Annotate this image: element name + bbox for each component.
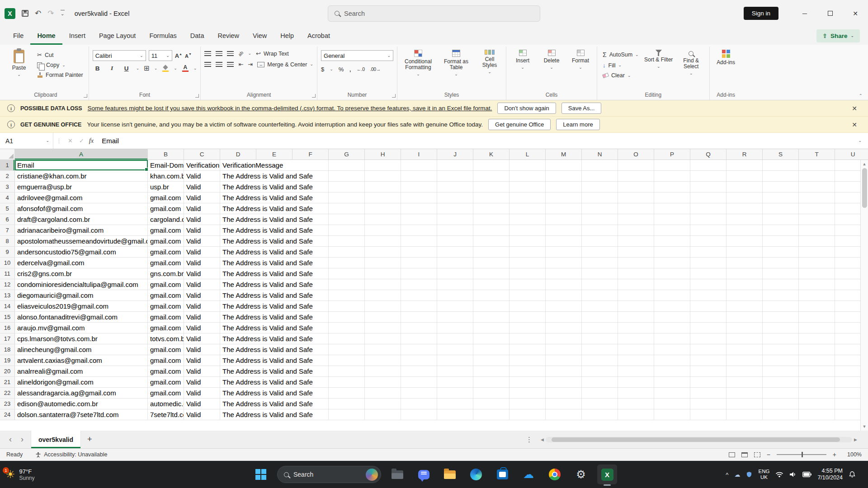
cell-verification-message[interactable]: The Address is Valid and Safe	[220, 182, 329, 192]
cell-verification[interactable]: Valid	[184, 366, 220, 376]
learn-more-button[interactable]: Learn more	[556, 119, 599, 130]
decrease-decimal-button[interactable]: .00→	[370, 66, 381, 72]
previous-sheet-icon[interactable]: ‹	[5, 435, 16, 444]
file-explorer-icon[interactable]	[440, 465, 460, 484]
row-header[interactable]: 5	[0, 203, 15, 214]
cell-email[interactable]: analrreali@gmail.com	[15, 366, 148, 376]
formula-content[interactable]: Email	[97, 137, 858, 145]
clipboard-dialog-launcher-icon[interactable]	[84, 94, 87, 98]
fill-button[interactable]: ↓Fill⌄	[601, 61, 641, 70]
cell-verification[interactable]: Valid	[184, 399, 220, 409]
weather-widget[interactable]: ☀1 97°F Sunny	[5, 468, 35, 481]
cell-email-domain[interactable]: gmail.com	[148, 236, 184, 246]
cell-verification[interactable]: Valid	[184, 279, 220, 290]
column-header[interactable]: K	[473, 149, 509, 160]
ribbon-tab[interactable]: Formulas	[142, 27, 183, 45]
empty-cells[interactable]	[329, 377, 868, 387]
cell-verification-message[interactable]: The Address is Valid and Safe	[220, 301, 329, 311]
wrap-text-button[interactable]: ↩Wrap Text	[256, 50, 289, 57]
cell-email-domain[interactable]: automedic.com.br	[148, 399, 184, 409]
cell-verification[interactable]: Valid	[184, 182, 220, 192]
cell-verification-message[interactable]: The Address is Valid and Safe	[220, 333, 329, 344]
column-header[interactable]: S	[763, 149, 799, 160]
align-left-icon[interactable]	[204, 62, 211, 67]
font-dialog-launcher-icon[interactable]	[195, 94, 199, 98]
empty-cells[interactable]	[329, 344, 868, 355]
font-color-icon[interactable]: A	[182, 65, 189, 72]
cell-email[interactable]: cristiane@khan.com.br	[15, 171, 148, 181]
vertical-scrollbar[interactable]: ▲ ▼	[860, 160, 868, 431]
align-right-icon[interactable]	[227, 62, 234, 67]
row-header[interactable]: 7	[0, 225, 15, 235]
increase-indent-icon[interactable]: ⇥	[248, 61, 253, 68]
empty-cells[interactable]	[329, 312, 868, 322]
percent-style-button[interactable]: %	[339, 66, 344, 73]
empty-cells[interactable]	[329, 279, 868, 290]
empty-cells[interactable]	[329, 225, 868, 235]
cell-email-domain[interactable]: khan.com.br	[148, 171, 184, 181]
warning-message-link[interactable]: Some features might be lost if you save …	[88, 105, 492, 112]
cell-email[interactable]: condominioresidencialtulipa@gmail.com	[15, 279, 148, 290]
row-header[interactable]: 24	[0, 409, 15, 420]
empty-cells[interactable]	[329, 301, 868, 311]
column-header[interactable]: L	[509, 149, 546, 160]
row-header[interactable]: 18	[0, 344, 15, 355]
column-header[interactable]: J	[437, 149, 473, 160]
cell-verification[interactable]: Valid	[184, 377, 220, 387]
chevron-down-icon[interactable]: ⌄	[174, 66, 177, 70]
align-center-icon[interactable]	[216, 62, 222, 67]
cell-verification[interactable]: Valid	[184, 258, 220, 268]
column-header[interactable]: H	[365, 149, 401, 160]
cell-verification[interactable]: Valid	[184, 236, 220, 246]
cell-verification[interactable]: Valid	[184, 323, 220, 333]
empty-cells[interactable]	[329, 388, 868, 398]
cell-verification[interactable]: Valid	[184, 171, 220, 181]
empty-cells[interactable]	[329, 192, 868, 203]
column-header[interactable]: N	[582, 149, 618, 160]
row-header[interactable]: 10	[0, 258, 15, 268]
row-header[interactable]: 2	[0, 171, 15, 181]
scroll-left-icon[interactable]: ◀	[541, 437, 544, 442]
row-header[interactable]: 15	[0, 312, 15, 322]
cell-email-domain[interactable]: gmail.com	[148, 290, 184, 300]
column-header[interactable]: C	[184, 149, 220, 160]
cell-email-domain[interactable]: gmail.com	[148, 323, 184, 333]
empty-cells[interactable]	[329, 290, 868, 300]
align-bottom-icon[interactable]	[227, 51, 234, 56]
horizontal-scrollbar-track[interactable]	[546, 437, 852, 442]
find-select-button[interactable]: Find & Select ⌄	[677, 47, 706, 75]
row-header[interactable]: 14	[0, 301, 15, 311]
empty-cells[interactable]	[329, 333, 868, 344]
cell-verification[interactable]: Valid	[184, 247, 220, 257]
select-all-button[interactable]	[0, 149, 15, 160]
save-icon[interactable]	[22, 10, 28, 17]
fill-color-icon[interactable]	[162, 65, 169, 72]
cell-email[interactable]: adrilovee@gmail.com	[15, 192, 148, 203]
increase-decimal-button[interactable]: ←.0	[357, 66, 365, 72]
merge-center-button[interactable]: ↔Merge & Center⌄	[257, 61, 313, 68]
cell-verification[interactable]: Valid	[184, 355, 220, 366]
delete-cells-button[interactable]: Delete ⌄	[539, 47, 564, 70]
cell-verification-message[interactable]: The Address is Valid and Safe	[220, 409, 329, 420]
clock[interactable]: 4:55 PM 7/10/2024	[817, 468, 843, 481]
cell-email[interactable]: apostolomatheussemeandovirtude@gmail.com	[15, 236, 148, 246]
insert-cells-button[interactable]: Insert ⌄	[510, 47, 535, 70]
cell-verification[interactable]: Valid	[184, 344, 220, 355]
next-sheet-icon[interactable]: ›	[16, 435, 28, 444]
cell-verification-message[interactable]: The Address is Valid and Safe	[220, 247, 329, 257]
column-header[interactable]: D	[220, 149, 256, 160]
chat-app-icon[interactable]	[414, 465, 434, 484]
cell-verification[interactable]: Valid	[184, 409, 220, 420]
onedrive-icon[interactable]: ☁	[519, 465, 538, 484]
zoom-out-icon[interactable]: −	[767, 451, 770, 458]
cell-email[interactable]: eliasveiculos2019@gmail.com	[15, 301, 148, 311]
empty-cells[interactable]	[329, 355, 868, 366]
add-sheet-button[interactable]: +	[81, 435, 99, 444]
cell-email-domain[interactable]: gmail.com	[148, 247, 184, 257]
search-input[interactable]: Search	[328, 5, 540, 22]
cell-verification[interactable]: Verification	[184, 160, 220, 170]
copy-button[interactable]: Copy⌄	[35, 61, 85, 70]
settings-icon[interactable]: ⚙	[571, 465, 591, 484]
addins-button[interactable]: Add-ins	[713, 47, 739, 66]
cell-verification[interactable]: Valid	[184, 203, 220, 214]
